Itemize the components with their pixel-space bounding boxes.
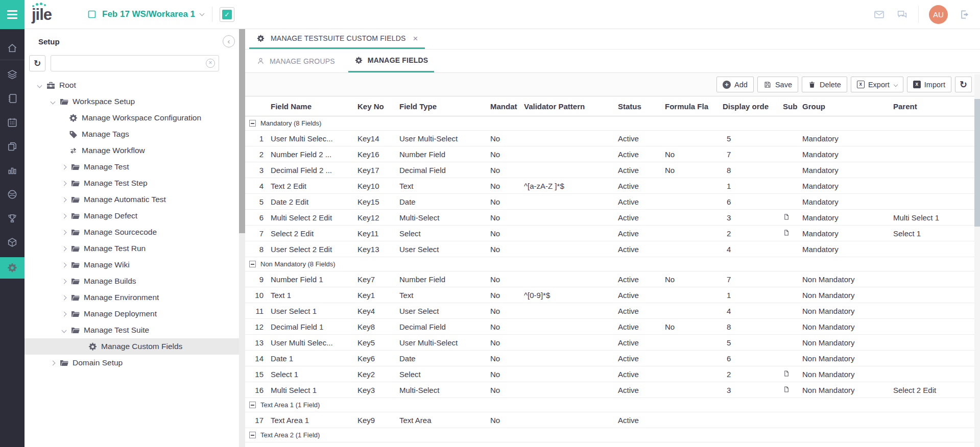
chevron-right-icon[interactable] (62, 311, 67, 316)
menu-button[interactable] (0, 0, 25, 29)
tab-manage-groups[interactable]: MANAGE GROUPS (250, 49, 341, 72)
field-name-cell[interactable]: User Multi Selec... (271, 134, 357, 143)
field-name-cell[interactable]: Text 2 Edit (271, 182, 357, 190)
tab-manage-testsuite-custom-fields[interactable]: MANAGE TESTSUITE CUSTOM FIELDS × (249, 29, 425, 49)
column-header[interactable]: Display orde (723, 102, 783, 111)
tree-item[interactable]: Manage Builds (25, 273, 239, 289)
chevron-right-icon[interactable] (62, 181, 67, 186)
tab-manage-fields[interactable]: MANAGE FIELDS (348, 49, 435, 72)
collapse-group-icon[interactable] (249, 432, 256, 438)
tree-item[interactable]: Manage Test Run (25, 240, 239, 257)
field-name-cell[interactable]: Multi Select 1 (271, 386, 357, 394)
chevron-down-icon[interactable] (37, 83, 42, 88)
add-button[interactable]: + Add (716, 77, 754, 92)
table-row[interactable]: 1 User Multi Selec... Key14 User Multi-S… (245, 131, 980, 146)
delete-button[interactable]: Delete (802, 77, 847, 92)
group-header-row[interactable]: Mandatory (8 Fields) (245, 116, 980, 131)
rail-item[interactable] (0, 257, 25, 279)
table-row[interactable]: 15 Select 1 Key2 Select No Active 2 Non … (245, 366, 980, 382)
chevron-right-icon[interactable] (62, 262, 67, 267)
tree-item[interactable]: Domain Setup (25, 355, 239, 371)
table-row[interactable]: 6 Multi Select 2 Edit Key12 Multi-Select… (245, 210, 980, 226)
field-name-cell[interactable]: Decimal Field 2 ... (271, 166, 357, 175)
table-row[interactable]: 8 User Select 2 Edit Key13 User Select N… (245, 241, 980, 257)
tree-item[interactable]: Manage Test (25, 159, 239, 175)
column-header[interactable]: Field Name (271, 102, 357, 111)
field-name-cell[interactable]: Number Field 2 ... (271, 150, 357, 159)
workspace-checkbox[interactable]: ✓ (220, 7, 234, 22)
column-header[interactable]: Field Type (399, 102, 490, 111)
rail-item[interactable] (0, 206, 25, 230)
tree-search-input[interactable] (51, 55, 219, 71)
clear-search-icon[interactable]: × (206, 59, 215, 68)
field-name-cell[interactable]: User Select 2 Edit (271, 245, 357, 254)
chevron-right-icon[interactable] (62, 230, 67, 235)
column-header[interactable]: Status (618, 102, 665, 111)
rail-item[interactable] (0, 134, 25, 158)
field-name-cell[interactable]: Select 2 Edit (271, 229, 357, 238)
avatar[interactable]: AU (929, 5, 948, 24)
field-name-cell[interactable]: User Multi Selec... (271, 338, 357, 347)
column-header[interactable]: Key No (357, 102, 399, 111)
tree-item[interactable]: Manage Workspace Configuration (25, 110, 239, 126)
chevron-right-icon[interactable] (62, 295, 67, 300)
logout-icon[interactable] (959, 9, 971, 20)
import-button[interactable]: x Import (907, 77, 951, 92)
table-row[interactable]: 12 Decimal Field 1 Key8 Decimal Field No… (245, 319, 980, 335)
table-row[interactable]: 9 Number Field 1 Key7 Number Field No Ac… (245, 271, 980, 287)
table-scrollbar[interactable] (974, 74, 980, 447)
chevron-right-icon[interactable] (62, 279, 67, 284)
rail-item[interactable] (0, 86, 25, 110)
table-row[interactable]: 14 Date 1 Key6 Date No Active 6 Non Mand… (245, 351, 980, 366)
column-header[interactable]: Parent (893, 102, 980, 111)
inbox-icon[interactable] (873, 9, 885, 20)
field-name-cell[interactable]: Date 2 Edit (271, 197, 357, 206)
rail-item[interactable] (0, 62, 25, 86)
column-header[interactable]: Sub (783, 102, 802, 111)
tree-item[interactable]: Workspace Setup (25, 93, 239, 110)
field-name-cell[interactable]: Decimal Field 1 (271, 322, 357, 331)
chevron-down-icon[interactable] (62, 328, 67, 333)
close-tab-icon[interactable]: × (413, 34, 418, 43)
refresh-button[interactable]: ↻ (955, 77, 972, 92)
table-row[interactable]: 16 Multi Select 1 Key3 Multi-Select No A… (245, 382, 980, 398)
tree-item[interactable]: Manage Deployment (25, 306, 239, 322)
column-header[interactable]: Formula Fla (665, 102, 723, 111)
table-row[interactable]: 10 Text 1 Key1 Text No ^[0-9]*$ Active 1… (245, 287, 980, 303)
field-name-cell[interactable]: Number Field 1 (271, 275, 357, 284)
table-row[interactable]: 2 Number Field 2 ... Key16 Number Field … (245, 146, 980, 162)
field-name-cell[interactable]: Multi Select 2 Edit (271, 213, 357, 222)
chevron-right-icon[interactable] (62, 213, 67, 218)
column-header[interactable]: Mandat (490, 102, 524, 111)
chevron-right-icon[interactable] (62, 246, 67, 251)
collapse-group-icon[interactable] (249, 402, 256, 408)
rail-item[interactable] (0, 36, 25, 60)
tree-item[interactable]: Manage Wiki (25, 257, 239, 273)
collapse-group-icon[interactable] (249, 120, 256, 127)
table-row[interactable]: 17 Text Area 1 Key9 Text Area No Active (245, 412, 980, 428)
rail-item[interactable] (0, 182, 25, 206)
save-button[interactable]: Save (757, 77, 798, 92)
tree-item[interactable]: Manage Defect (25, 208, 239, 224)
rail-item[interactable] (0, 230, 25, 254)
chat-icon[interactable] (896, 9, 908, 20)
group-header-row[interactable]: Non Mandatory (8 Fields) (245, 257, 980, 271)
field-name-cell[interactable]: Text Area 1 (271, 416, 357, 425)
scrollbar-thumb[interactable] (239, 29, 245, 233)
tree-scrollbar[interactable] (239, 29, 245, 447)
chevron-down-icon[interactable] (51, 99, 56, 104)
field-name-cell[interactable]: Date 1 (271, 354, 357, 363)
collapse-panel-button[interactable]: ‹ (223, 35, 235, 47)
tree-refresh-button[interactable]: ↻ (29, 55, 45, 71)
tree-item[interactable]: Manage Environment (25, 289, 239, 306)
column-header[interactable]: Group (802, 102, 893, 111)
chevron-right-icon[interactable] (62, 164, 67, 169)
rail-item[interactable] (0, 158, 25, 182)
tree-item[interactable]: Root (25, 77, 239, 93)
tree-item[interactable]: Manage Tags (25, 126, 239, 142)
group-header-row[interactable]: Text Area 2 (1 Field) (245, 428, 980, 442)
table-row[interactable]: 5 Date 2 Edit Key15 Date No Active 6 Man… (245, 194, 980, 210)
field-name-cell[interactable]: User Select 1 (271, 307, 357, 315)
tree-item[interactable]: Manage Test Step (25, 175, 239, 191)
table-row[interactable]: 3 Decimal Field 2 ... Key17 Decimal Fiel… (245, 162, 980, 178)
